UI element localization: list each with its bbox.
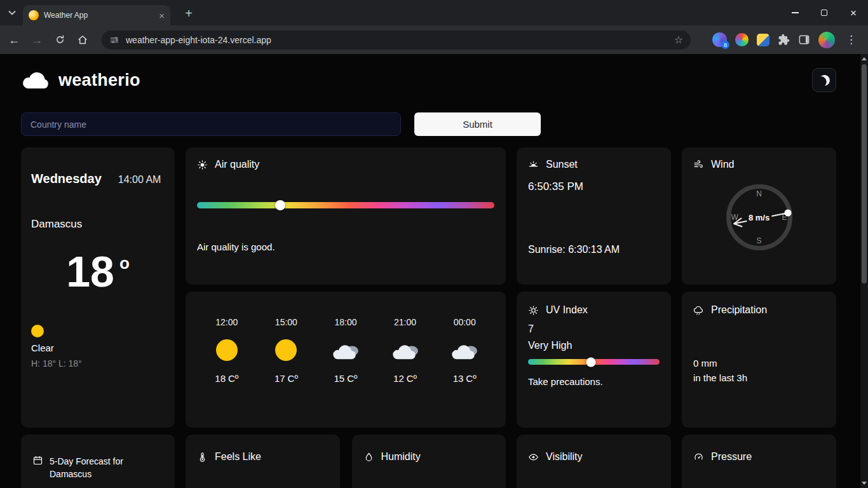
minimize-button[interactable] bbox=[780, 0, 810, 25]
extensions-puzzle-icon[interactable] bbox=[778, 34, 790, 46]
forward-button[interactable]: → bbox=[28, 31, 46, 49]
precipitation-amount: 0 mm bbox=[693, 358, 825, 369]
submit-button[interactable]: Submit bbox=[414, 112, 541, 136]
tab-favicon-icon bbox=[29, 10, 39, 20]
day-label: Wednesday bbox=[31, 172, 102, 186]
condition-sun-icon bbox=[31, 325, 44, 337]
back-button[interactable]: ← bbox=[5, 31, 23, 49]
reload-button[interactable] bbox=[51, 31, 69, 49]
precipitation-period: in the last 3h bbox=[693, 372, 825, 383]
uv-level: Very High bbox=[528, 340, 660, 351]
extension-icon-password[interactable]: 8 bbox=[712, 32, 727, 47]
hourly-temp: 17Cº bbox=[275, 373, 298, 384]
new-tab-button[interactable]: + bbox=[180, 5, 197, 22]
precipitation-title: Precipitation bbox=[711, 304, 767, 316]
cloud-icon bbox=[450, 341, 479, 360]
tab-search-button[interactable] bbox=[6, 8, 18, 18]
humidity-card: Humidity bbox=[352, 435, 506, 488]
five-day-forecast-card: 5-Day Forecast for Damascus bbox=[21, 435, 175, 488]
sunset-title: Sunset bbox=[546, 159, 578, 170]
hourly-item: 18:00 15Cº bbox=[316, 317, 376, 428]
pressure-card: Pressure bbox=[682, 435, 836, 488]
toolbar-right-cluster: 8 ⋮ bbox=[712, 32, 863, 48]
window-controls: × bbox=[780, 0, 868, 25]
maximize-icon bbox=[821, 10, 827, 16]
uv-advice: Take precautions. bbox=[528, 376, 660, 387]
extension-badge: 8 bbox=[721, 41, 729, 49]
cloud-logo-icon bbox=[21, 71, 51, 90]
humidity-title: Humidity bbox=[381, 451, 421, 463]
theme-toggle-button[interactable] bbox=[812, 68, 836, 92]
visibility-card: Visibility bbox=[517, 435, 671, 488]
home-button[interactable] bbox=[74, 31, 92, 49]
search-row: Submit bbox=[21, 112, 836, 136]
air-quality-message: Air quality is good. bbox=[197, 241, 494, 252]
hourly-item: 21:00 12Cº bbox=[376, 317, 435, 428]
bookmark-star-icon[interactable]: ☆ bbox=[674, 34, 683, 46]
address-bar[interactable]: weather-app-eight-iota-24.vercel.app ☆ bbox=[102, 30, 691, 50]
browser-tab[interactable]: Weather App × bbox=[23, 5, 170, 25]
tab-title: Weather App bbox=[44, 11, 154, 20]
reload-icon bbox=[55, 34, 65, 45]
sunrise-label: Sunrise: 6:30:13 AM bbox=[528, 244, 660, 255]
city-label: Damascus bbox=[31, 218, 165, 231]
country-input[interactable] bbox=[21, 112, 401, 136]
extension-icon-colorwheel[interactable] bbox=[735, 33, 749, 46]
uv-slider-thumb[interactable] bbox=[587, 357, 596, 367]
wind-speed: 8 m/s bbox=[747, 212, 771, 223]
scroll-down-arrow[interactable] bbox=[862, 482, 867, 485]
chevron-down-icon bbox=[8, 10, 16, 15]
air-quality-icon bbox=[197, 159, 208, 170]
sun-icon bbox=[216, 339, 238, 361]
droplet-icon bbox=[363, 452, 374, 463]
thermometer-icon bbox=[197, 452, 208, 463]
air-quality-slider-thumb[interactable] bbox=[275, 200, 285, 210]
app-header: weatherio bbox=[21, 68, 836, 92]
scroll-up-arrow[interactable] bbox=[862, 57, 867, 60]
sun-icon bbox=[275, 339, 297, 361]
air-quality-slider[interactable] bbox=[197, 202, 494, 208]
hourly-item: 15:00 17Cº bbox=[257, 317, 316, 428]
close-window-button[interactable]: × bbox=[839, 0, 868, 25]
browser-menu-button[interactable]: ⋮ bbox=[843, 33, 859, 46]
uv-value: 7 bbox=[528, 323, 660, 335]
page-viewport: weatherio Submit Wednesday 14:00 AM Dama bbox=[0, 54, 868, 488]
tab-close-button[interactable]: × bbox=[159, 11, 165, 20]
current-weather-card: Wednesday 14:00 AM Damascus 18o Clear H:… bbox=[21, 147, 175, 428]
extension-icon-workspace[interactable] bbox=[757, 34, 770, 46]
air-quality-card: Air quality Air quality is good. bbox=[186, 147, 506, 285]
uv-index-icon bbox=[528, 305, 539, 316]
sunset-card: Sunset 6:50:35 PM Sunrise: 6:30:13 AM bbox=[517, 147, 671, 285]
uv-index-title: UV Index bbox=[546, 304, 588, 316]
degree-symbol: o bbox=[119, 254, 130, 273]
scrollbar-thumb[interactable] bbox=[862, 64, 867, 283]
site-settings-icon[interactable] bbox=[109, 35, 119, 45]
visibility-title: Visibility bbox=[546, 451, 583, 463]
titlebar: Weather App × + × bbox=[0, 0, 868, 25]
hourly-time: 00:00 bbox=[454, 317, 476, 327]
app-logo: weatherio bbox=[21, 71, 140, 90]
uv-slider[interactable] bbox=[528, 359, 660, 365]
bottom-pair: Feels Like Humidity bbox=[186, 435, 506, 488]
hourly-item: 00:00 13Cº bbox=[435, 317, 494, 428]
precipitation-icon bbox=[693, 305, 704, 316]
calendar-icon bbox=[32, 455, 43, 466]
hourly-temp: 12Cº bbox=[393, 373, 417, 384]
cards-grid: Wednesday 14:00 AM Damascus 18o Clear H:… bbox=[21, 147, 836, 488]
url-text[interactable]: weather-app-eight-iota-24.vercel.app bbox=[126, 35, 668, 45]
temperature-value: 18o bbox=[31, 250, 165, 293]
hourly-temp: 13Cº bbox=[453, 373, 477, 384]
precipitation-card: Precipitation 0 mm in the last 3h bbox=[682, 292, 836, 428]
profile-avatar[interactable] bbox=[818, 32, 835, 48]
wind-card: Wind N E S W 8 m/s bbox=[682, 147, 836, 285]
sunset-icon bbox=[528, 159, 539, 170]
browser-toolbar: ← → weather-app-eight-iota-24.vercel.app… bbox=[0, 25, 868, 54]
pressure-title: Pressure bbox=[711, 451, 752, 463]
feels-like-card: Feels Like bbox=[186, 435, 340, 488]
side-panel-icon[interactable] bbox=[798, 34, 810, 46]
page-scrollbar[interactable] bbox=[860, 54, 868, 488]
maximize-button[interactable] bbox=[810, 0, 839, 25]
high-low-label: H: 18° L: 18° bbox=[31, 358, 165, 369]
hourly-time: 21:00 bbox=[394, 317, 416, 327]
hourly-temp: 15Cº bbox=[334, 373, 357, 384]
